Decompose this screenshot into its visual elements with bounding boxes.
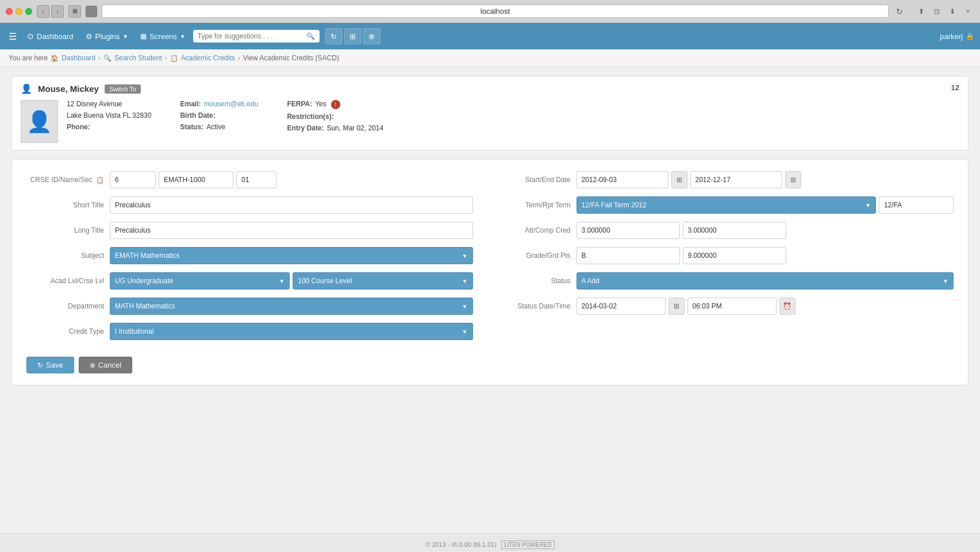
crse-sec-input[interactable] — [236, 171, 276, 188]
maximize-traffic-light[interactable] — [25, 8, 32, 15]
att-comp-cred-fields — [577, 222, 954, 239]
grd-pts-input[interactable] — [683, 247, 786, 264]
start-date-calendar-button[interactable]: ⊞ — [671, 171, 687, 188]
username-label: parkerj — [940, 32, 963, 41]
you-are-here-label: You are here — [9, 54, 48, 62]
status-time-clock-button[interactable]: ⏰ — [779, 298, 795, 315]
start-end-date-row: Start/End Date ⊞ ⊞ — [508, 171, 954, 188]
new-tab-button[interactable]: + — [962, 5, 974, 18]
breadcrumb-academic-credits[interactable]: Academic Credits — [181, 54, 235, 62]
short-title-input[interactable] — [110, 196, 473, 214]
status-date-input[interactable] — [577, 298, 666, 315]
entry-date-label: Entry Date: — [287, 124, 324, 132]
switch-to-button[interactable]: Switch To — [105, 84, 141, 94]
save-button[interactable]: ↻ Save — [26, 357, 74, 373]
status-time-input[interactable] — [687, 298, 777, 315]
restrictions-label: Restriction(s): — [287, 113, 333, 121]
term-rpt-right-input[interactable] — [879, 196, 954, 214]
footer-powered-badge: LITEN POWERED — [501, 541, 555, 549]
acad-lvl-select[interactable]: UG Undergraduate ▼ — [110, 272, 290, 289]
status-select[interactable]: A Add ▼ — [577, 272, 954, 289]
back-button[interactable]: ‹ — [37, 5, 49, 18]
main-content: 👤 Mouse, Mickey Switch To 👤 12 Disney Av… — [0, 67, 980, 533]
department-row: Department MATH Mathematics ▼ — [26, 298, 473, 315]
refresh-nav-button[interactable]: ↻ — [325, 28, 343, 44]
email-row: Email: mousem@eb.edu — [180, 100, 258, 108]
acad-lvl-dropdown-icon: ▼ — [279, 278, 285, 284]
nav-action-2[interactable]: ⊞ — [344, 28, 362, 44]
crse-id-input[interactable] — [110, 171, 156, 188]
user-profile[interactable]: parkerj 🔒 — [940, 32, 974, 41]
fullscreen-button[interactable]: ⊡ — [931, 5, 943, 18]
form-right-col: Start/End Date ⊞ ⊞ Term/Rpt Term 12/FA F… — [508, 171, 954, 348]
breadcrumb-sep-1: › — [98, 54, 101, 62]
plugins-nav-item[interactable]: ⚙ Plugins ▼ — [81, 29, 133, 44]
term-rpt-select[interactable]: 12/FA Fall Term 2012 ▼ — [577, 196, 877, 214]
phone-label: Phone: — [67, 123, 90, 131]
cancel-label: Cancel — [98, 361, 121, 369]
cancel-button[interactable]: ⊗ Cancel — [79, 357, 132, 373]
att-cred-input[interactable] — [577, 222, 680, 239]
student-person-icon: 👤 — [21, 83, 32, 94]
crse-info-icon[interactable]: 📋 — [96, 176, 104, 183]
department-fields: MATH Mathematics ▼ — [110, 298, 473, 315]
address-bar[interactable]: localhost — [102, 5, 889, 18]
crse-lvl-select[interactable]: 100 Course Level ▼ — [293, 272, 472, 289]
close-traffic-light[interactable] — [6, 8, 13, 15]
status-value: Active — [206, 123, 225, 131]
browser-extra-actions: ⬆ ⊡ ⬇ + — [915, 5, 974, 18]
grade-grd-pts-fields — [577, 247, 954, 264]
search-input[interactable] — [198, 32, 303, 40]
comp-cred-input[interactable] — [683, 222, 786, 239]
credit-type-select[interactable]: I Institutional ▼ — [110, 323, 473, 340]
crse-name-input[interactable] — [159, 171, 233, 188]
breadcrumb-dashboard[interactable]: Dashboard — [62, 54, 95, 62]
long-title-input[interactable] — [110, 222, 473, 239]
phone-row: Phone: — [67, 123, 151, 131]
status-label: Status: — [180, 123, 203, 131]
crse-row: CRSE ID/Name/Sec 📋 — [26, 171, 473, 188]
end-date-calendar-button[interactable]: ⊞ — [785, 171, 801, 188]
status-date-time-label: Status Date/Time — [508, 302, 577, 310]
crse-lvl-dropdown-icon: ▼ — [462, 278, 468, 284]
long-title-label: Long Title — [26, 226, 110, 234]
term-rpt-dropdown-icon: ▼ — [865, 202, 871, 209]
dashboard-label: Dashboard — [37, 32, 74, 41]
cancel-icon: ⊗ — [90, 361, 95, 369]
breadcrumb-sep-3: › — [238, 54, 240, 62]
breadcrumb: You are here 🏠 Dashboard › 🔍 Search Stud… — [0, 49, 980, 67]
share-button[interactable]: ⬆ — [915, 5, 928, 18]
term-rpt-value: 12/FA Fall Term 2012 — [582, 201, 863, 209]
tab-icon — [86, 6, 97, 17]
status-date-calendar-button[interactable]: ⊞ — [668, 298, 685, 315]
footer-copyright: © 2013 - r6.0.00 (t6.1.01) — [425, 541, 497, 548]
search-box[interactable]: 🔍 — [193, 30, 320, 43]
status-value: A Add — [582, 277, 940, 285]
minimize-traffic-light[interactable] — [16, 8, 22, 15]
long-title-fields — [110, 222, 473, 239]
dashboard-nav-item[interactable]: ⊙ Dashboard — [22, 29, 78, 44]
screens-icon: ▦ — [140, 32, 147, 40]
birth-date-label: Birth Date: — [180, 111, 215, 119]
sidebar-toggle-button[interactable]: ⊞ — [68, 5, 81, 18]
start-date-input[interactable] — [577, 171, 668, 188]
department-select[interactable]: MATH Mathematics ▼ — [110, 298, 473, 315]
dashboard-icon: ⊙ — [27, 32, 34, 41]
nav-action-3[interactable]: ⊗ — [363, 28, 381, 44]
breadcrumb-icon-search: 🔍 — [103, 55, 112, 62]
forward-button[interactable]: › — [51, 5, 64, 18]
screens-nav-item[interactable]: ▦ Screens ▼ — [136, 29, 190, 44]
grade-input[interactable] — [577, 247, 680, 264]
ferpa-row: FERPA: Yes ! — [287, 100, 383, 109]
refresh-button[interactable]: ↻ — [893, 5, 906, 18]
student-card: 👤 Mouse, Mickey Switch To 👤 12 Disney Av… — [11, 76, 969, 150]
breadcrumb-search-student[interactable]: Search Student — [114, 54, 162, 62]
ferpa-col: FERPA: Yes ! Restriction(s): Entry Date:… — [287, 100, 383, 132]
end-date-input[interactable] — [690, 171, 782, 188]
nav-action-buttons: ↻ ⊞ ⊗ — [325, 28, 381, 44]
menu-hamburger[interactable]: ☰ — [6, 28, 20, 45]
download-button[interactable]: ⬇ — [946, 5, 959, 18]
subject-select[interactable]: EMATH Mathematics ▼ — [110, 247, 473, 264]
crse-fields — [110, 171, 473, 188]
entry-date-value: Sun, Mar 02, 2014 — [326, 124, 383, 132]
